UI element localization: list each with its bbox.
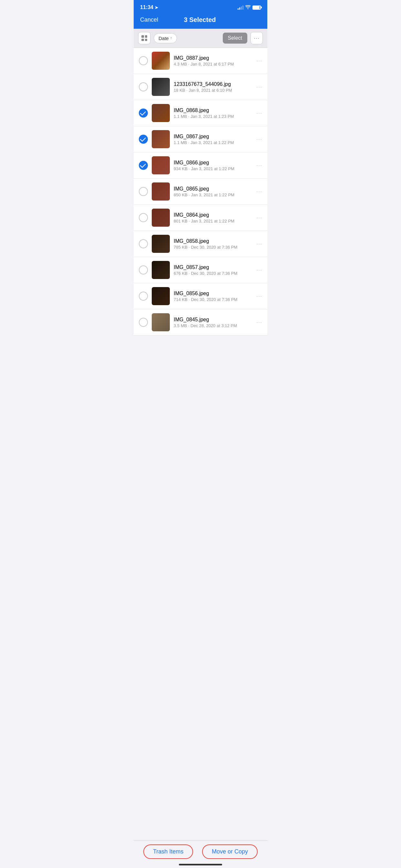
toolbar: Date ↑ Select ··· xyxy=(134,29,267,48)
file-more-button[interactable]: ··· xyxy=(256,241,262,247)
file-meta: 850 KB · Jan 3, 2021 at 1:22 PM xyxy=(174,192,254,197)
list-item[interactable]: IMG_0858.jpeg785 KB · Dec 30, 2020 at 7:… xyxy=(134,231,267,257)
file-info: IMG_0866.jpeg934 KB · Jan 3, 2021 at 1:2… xyxy=(174,160,254,171)
file-checkbox[interactable] xyxy=(139,291,148,301)
file-meta: 785 KB · Dec 30, 2020 at 7:36 PM xyxy=(174,245,254,250)
file-thumbnail xyxy=(152,261,170,279)
file-meta: 3.5 MB · Dec 28, 2020 at 3:12 PM xyxy=(174,323,254,328)
sort-arrow-icon: ↑ xyxy=(170,36,172,40)
file-checkbox[interactable] xyxy=(139,266,148,275)
sort-label: Date xyxy=(158,35,169,41)
file-checkbox[interactable] xyxy=(139,318,148,327)
file-thumbnail xyxy=(152,78,170,96)
file-checkbox[interactable] xyxy=(139,82,148,91)
grid-icon xyxy=(142,35,147,41)
file-checkbox[interactable] xyxy=(139,161,148,170)
file-checkbox[interactable] xyxy=(139,213,148,222)
file-info: IMG_0864.jpeg801 KB · Jan 3, 2021 at 1:2… xyxy=(174,212,254,223)
file-name: IMG_0845.jpeg xyxy=(174,317,254,322)
file-meta: 801 KB · Jan 3, 2021 at 1:22 PM xyxy=(174,219,254,223)
file-name: IMG_0866.jpeg xyxy=(174,160,254,166)
file-name: IMG_0857.jpeg xyxy=(174,265,254,270)
file-name: IMG_0868.jpeg xyxy=(174,107,254,113)
file-more-button[interactable]: ··· xyxy=(256,293,262,300)
battery-icon xyxy=(252,5,261,10)
file-name: IMG_0858.jpeg xyxy=(174,238,254,244)
file-more-button[interactable]: ··· xyxy=(256,136,262,143)
grid-view-button[interactable] xyxy=(138,32,150,44)
file-meta: 18 KB · Jan 8, 2021 at 6:10 PM xyxy=(174,88,254,93)
file-meta: 934 KB · Jan 3, 2021 at 1:22 PM xyxy=(174,166,254,171)
list-item[interactable]: IMG_0865.jpeg850 KB · Jan 3, 2021 at 1:2… xyxy=(134,179,267,205)
file-checkbox[interactable] xyxy=(139,239,148,248)
file-checkbox[interactable] xyxy=(139,135,148,144)
list-item[interactable]: IMG_0864.jpeg801 KB · Jan 3, 2021 at 1:2… xyxy=(134,205,267,231)
file-info: IMG_0856.jpeg714 KB · Dec 30, 2020 at 7:… xyxy=(174,290,254,302)
file-meta: 4.3 MB · Jan 8, 2021 at 6:17 PM xyxy=(174,62,254,66)
time-text: 11:34 xyxy=(140,4,153,10)
list-item[interactable]: IMG_0866.jpeg934 KB · Jan 3, 2021 at 1:2… xyxy=(134,152,267,179)
file-thumbnail xyxy=(152,130,170,148)
file-name: IMG_0856.jpeg xyxy=(174,290,254,297)
file-more-button[interactable]: ··· xyxy=(256,319,262,326)
file-name: IMG_0867.jpeg xyxy=(174,134,254,140)
file-info: IMG_0858.jpeg785 KB · Dec 30, 2020 at 7:… xyxy=(174,238,254,250)
signal-icon xyxy=(238,5,243,10)
file-info: IMG_0845.jpeg3.5 MB · Dec 28, 2020 at 3:… xyxy=(174,317,254,328)
file-info: IMG_0887.jpeg4.3 MB · Jan 8, 2021 at 6:1… xyxy=(174,55,254,66)
file-meta: 1.1 MB · Jan 3, 2021 at 1:22 PM xyxy=(174,140,254,145)
file-checkbox[interactable] xyxy=(139,187,148,196)
status-icons xyxy=(238,5,261,10)
file-thumbnail xyxy=(152,52,170,70)
file-thumbnail xyxy=(152,313,170,331)
list-item[interactable]: IMG_0887.jpeg4.3 MB · Jan 8, 2021 at 6:1… xyxy=(134,48,267,74)
more-options-button[interactable]: ··· xyxy=(251,32,263,44)
file-thumbnail xyxy=(152,182,170,200)
file-thumbnail xyxy=(152,209,170,227)
wifi-icon xyxy=(245,5,251,10)
file-more-button[interactable]: ··· xyxy=(256,110,262,117)
file-more-button[interactable]: ··· xyxy=(256,58,262,64)
list-item[interactable]: IMG_0845.jpeg3.5 MB · Dec 28, 2020 at 3:… xyxy=(134,309,267,336)
file-info: IMG_0868.jpeg1.1 MB · Jan 3, 2021 at 1:2… xyxy=(174,107,254,119)
file-more-button[interactable]: ··· xyxy=(256,84,262,90)
file-name: IMG_0865.jpeg xyxy=(174,186,254,192)
nav-title: 3 Selected xyxy=(184,16,216,24)
status-bar: 11:34 ➤ xyxy=(134,0,267,13)
file-more-button[interactable]: ··· xyxy=(256,162,262,169)
file-info: IMG_0865.jpeg850 KB · Jan 3, 2021 at 1:2… xyxy=(174,186,254,197)
select-button[interactable]: Select xyxy=(223,33,247,43)
file-name: 1233167673_544096.jpg xyxy=(174,82,254,87)
cancel-button[interactable]: Cancel xyxy=(140,17,158,23)
file-more-button[interactable]: ··· xyxy=(256,214,262,221)
file-more-button[interactable]: ··· xyxy=(256,267,262,274)
file-more-button[interactable]: ··· xyxy=(256,188,262,195)
file-info: 1233167673_544096.jpg18 KB · Jan 8, 2021… xyxy=(174,82,254,93)
file-thumbnail xyxy=(152,287,170,305)
location-icon: ➤ xyxy=(155,5,158,10)
list-item[interactable]: 1233167673_544096.jpg18 KB · Jan 8, 2021… xyxy=(134,74,267,100)
file-checkbox[interactable] xyxy=(139,56,148,65)
file-name: IMG_0864.jpeg xyxy=(174,212,254,218)
sort-button[interactable]: Date ↑ xyxy=(154,33,177,43)
file-name: IMG_0887.jpeg xyxy=(174,55,254,61)
file-thumbnail xyxy=(152,156,170,175)
list-item[interactable]: IMG_0868.jpeg1.1 MB · Jan 3, 2021 at 1:2… xyxy=(134,100,267,126)
file-meta: 714 KB · Dec 30, 2020 at 7:36 PM xyxy=(174,297,254,302)
file-checkbox[interactable] xyxy=(139,108,148,118)
list-item[interactable]: IMG_0857.jpeg676 KB · Dec 30, 2020 at 7:… xyxy=(134,257,267,283)
file-info: IMG_0857.jpeg676 KB · Dec 30, 2020 at 7:… xyxy=(174,265,254,276)
status-time: 11:34 ➤ xyxy=(140,4,158,10)
file-meta: 676 KB · Dec 30, 2020 at 7:36 PM xyxy=(174,271,254,276)
file-meta: 1.1 MB · Jan 3, 2021 at 1:23 PM xyxy=(174,114,254,119)
file-info: IMG_0867.jpeg1.1 MB · Jan 3, 2021 at 1:2… xyxy=(174,134,254,145)
list-item[interactable]: IMG_0867.jpeg1.1 MB · Jan 3, 2021 at 1:2… xyxy=(134,126,267,152)
file-thumbnail xyxy=(152,235,170,253)
list-item[interactable]: IMG_0856.jpeg714 KB · Dec 30, 2020 at 7:… xyxy=(134,283,267,309)
file-list: IMG_0887.jpeg4.3 MB · Jan 8, 2021 at 6:1… xyxy=(134,48,267,336)
file-thumbnail xyxy=(152,104,170,122)
nav-bar: Cancel 3 Selected xyxy=(134,13,267,29)
